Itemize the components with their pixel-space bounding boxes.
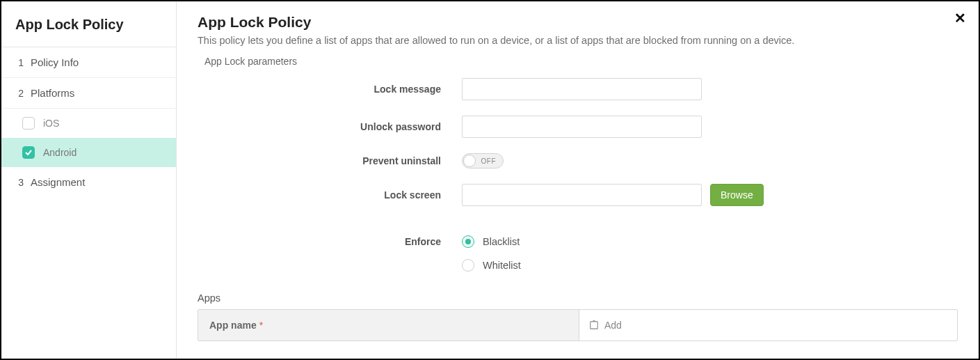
step-label: Policy Info: [31, 56, 79, 68]
checkbox-icon: [22, 117, 35, 130]
prevent-uninstall-label: Prevent uninstall: [204, 155, 462, 166]
page-title: App Lock Policy: [198, 14, 958, 31]
browse-button[interactable]: Browse: [710, 184, 764, 206]
apps-add-button[interactable]: Add: [579, 310, 957, 341]
unlock-password-input[interactable]: [462, 116, 702, 138]
main-panel: ✕ App Lock Policy This policy lets you d…: [177, 1, 979, 359]
close-icon[interactable]: ✕: [954, 11, 966, 25]
step-number: 1: [15, 57, 24, 68]
unlock-password-label: Unlock password: [204, 121, 462, 132]
lock-screen-input[interactable]: [462, 184, 702, 206]
step-number: 2: [15, 88, 24, 99]
apps-add-label: Add: [604, 320, 622, 331]
platform-android[interactable]: Android: [1, 138, 176, 167]
platform-ios[interactable]: iOS: [1, 109, 176, 138]
prevent-uninstall-toggle[interactable]: OFF: [462, 153, 504, 169]
apps-header-label: App name: [209, 320, 257, 331]
apps-section-label: Apps: [198, 292, 958, 304]
enforce-whitelist-radio[interactable]: [462, 259, 474, 272]
step-platforms[interactable]: 2 Platforms: [1, 78, 176, 109]
apps-header-cell: App name *: [198, 310, 579, 341]
sidebar-title: App Lock Policy: [1, 1, 176, 47]
toggle-knob-icon: [463, 155, 476, 167]
page-description: This policy lets you define a list of ap…: [198, 35, 958, 46]
step-label: Platforms: [31, 87, 74, 99]
step-number: 3: [15, 177, 24, 188]
lock-screen-label: Lock screen: [204, 189, 462, 201]
step-assignment[interactable]: 3 Assignment: [1, 167, 176, 197]
toggle-state: OFF: [481, 157, 497, 165]
step-policy-info[interactable]: 1 Policy Info: [1, 47, 176, 78]
add-icon: [589, 320, 599, 330]
enforce-blacklist-label: Blacklist: [483, 236, 520, 247]
svg-rect-0: [591, 322, 598, 329]
checkbox-icon: [22, 146, 35, 159]
enforce-blacklist-radio[interactable]: [462, 235, 474, 248]
enforce-label: Enforce: [204, 236, 462, 247]
form-section-label: App Lock parameters: [204, 56, 958, 67]
apps-table: App name * Add: [198, 309, 958, 341]
wizard-sidebar: App Lock Policy 1 Policy Info 2 Platform…: [1, 1, 177, 359]
step-label: Assignment: [31, 176, 85, 188]
lock-message-input[interactable]: [462, 78, 702, 100]
platform-label: iOS: [43, 118, 59, 129]
platform-label: Android: [43, 147, 77, 158]
required-mark: *: [259, 320, 263, 331]
enforce-whitelist-label: Whitelist: [483, 260, 521, 271]
lock-message-label: Lock message: [204, 84, 462, 95]
